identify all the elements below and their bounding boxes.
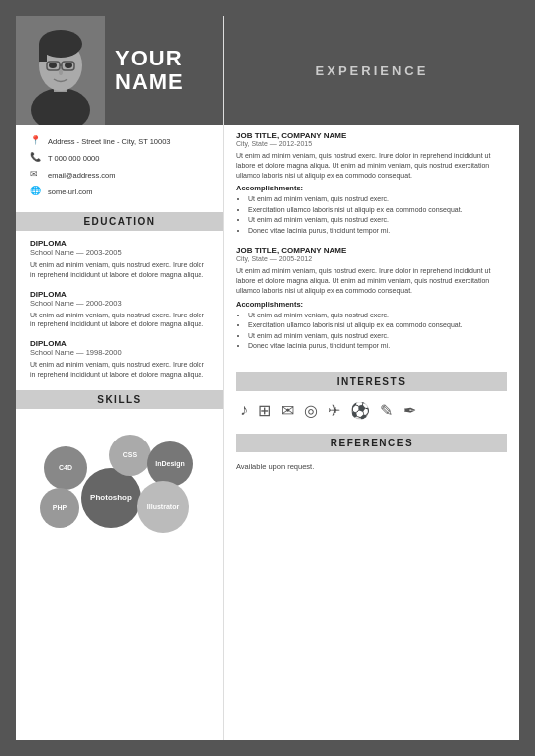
exp-job-title: JOB TITLE, Company Name xyxy=(236,131,507,140)
skills-title: SKILLS xyxy=(16,390,223,409)
address-text: Address - Street line - City, ST 10003 xyxy=(48,137,171,146)
skill-bubble: InDesign xyxy=(147,441,193,487)
bubble-container: C4DPHPPhotoshopCSSInDesignIllustrator xyxy=(30,417,208,541)
web-icon: 🌐 xyxy=(30,186,42,197)
location-icon: 📍 xyxy=(30,135,42,147)
accomplishment-item: Ut enim ad minim veniam, quis nostrud ex… xyxy=(248,331,507,342)
resume-container: YOUR NAME 📍 Address - Street line - City… xyxy=(16,16,519,740)
edu-description: Ut enim ad minim veniam, quis nostrud ex… xyxy=(30,311,209,330)
accomplishment-item: Ut enim ad minim veniam, quis nostrud ex… xyxy=(248,194,507,205)
interests-title: INTERESTS xyxy=(236,372,507,391)
music-icon: ♪ xyxy=(240,401,248,420)
email-text: email@address.com xyxy=(48,171,115,180)
experience-header-title: EXPERIENCE xyxy=(316,60,429,82)
exp-description: Ut enim ad minim veniam, quis nostrud ex… xyxy=(236,151,507,180)
accomplishment-item: Exercitation ullamco laboris nisi ut ali… xyxy=(248,205,507,216)
accomplishments-title: Accomplishments: xyxy=(236,300,507,309)
interests-icons: ♪⊞✉◎✈⚽✎✒ xyxy=(236,395,507,426)
accomplishment-item: Donec vitae lacinia purus, tincidunt tem… xyxy=(248,341,507,352)
svg-point-11 xyxy=(59,69,63,75)
skill-bubble: Illustrator xyxy=(137,481,189,533)
name-line1: YOUR xyxy=(115,47,183,70)
references-title: REFERENCES xyxy=(236,434,507,452)
skill-bubble: CSS xyxy=(109,435,151,476)
left-column: YOUR NAME 📍 Address - Street line - City… xyxy=(16,16,224,740)
edu-school: School Name — 1998-2000 xyxy=(30,348,209,357)
camera-icon: ◎ xyxy=(304,401,318,420)
references-text: Available upon request. xyxy=(236,456,507,477)
right-header: EXPERIENCE xyxy=(224,16,519,125)
education-entry: DIPLOMA School Name — 2000-2003 Ut enim … xyxy=(30,290,209,330)
phone-icon: 📞 xyxy=(30,152,42,164)
phone-text: T 000 000 0000 xyxy=(48,154,99,163)
trophy-icon: ⚽ xyxy=(350,401,370,420)
url-text: some-url.com xyxy=(48,188,92,196)
book-icon: ✉ xyxy=(281,401,294,420)
edu-degree: DIPLOMA xyxy=(30,339,209,348)
svg-rect-5 xyxy=(39,44,47,62)
header-left: YOUR NAME xyxy=(16,16,223,125)
film-icon: ⊞ xyxy=(258,401,271,420)
references-section: Available upon request. xyxy=(224,452,519,481)
edu-description: Ut enim ad minim veniam, quis nostrud ex… xyxy=(30,260,209,280)
edu-school: School Name — 2003-2005 xyxy=(30,248,209,257)
email-icon: ✉ xyxy=(30,169,42,181)
experience-section: JOB TITLE, Company Name City, State — 20… xyxy=(224,125,519,368)
svg-point-6 xyxy=(49,63,57,68)
skills-section: C4DPHPPhotoshopCSSInDesignIllustrator xyxy=(16,417,223,541)
name-block: YOUR NAME xyxy=(105,16,223,125)
edu-degree: DIPLOMA xyxy=(30,239,209,248)
exp-dates: City, State — 2005-2012 xyxy=(236,255,507,262)
accomplishment-item: Ut enim ad minim veniam, quis nostrud ex… xyxy=(248,215,507,226)
accomplishment-item: Ut enim ad minim veniam, quis nostrud ex… xyxy=(248,311,507,321)
education-entry: DIPLOMA School Name — 1998-2000 Ut enim … xyxy=(30,339,209,380)
right-column: EXPERIENCE JOB TITLE, Company Name City,… xyxy=(224,16,519,740)
experience-entry: JOB TITLE, Company Name City, State — 20… xyxy=(236,246,507,351)
contact-address: 📍 Address - Street line - City, ST 10003 xyxy=(30,135,209,147)
accomplishments-list: Ut enim ad minim veniam, quis nostrud ex… xyxy=(236,194,507,236)
education-section: DIPLOMA School Name — 2003-2005 Ut enim … xyxy=(16,239,223,380)
contact-section: 📍 Address - Street line - City, ST 10003… xyxy=(16,125,223,212)
travel-icon: ✈ xyxy=(328,401,340,420)
accomplishments-list: Ut enim ad minim veniam, quis nostrud ex… xyxy=(236,311,507,352)
edu-degree: DIPLOMA xyxy=(30,290,209,299)
accomplishment-item: Donec vitae lacinia purus, tincidunt tem… xyxy=(248,226,507,237)
exp-description: Ut enim ad minim veniam, quis nostrud ex… xyxy=(236,266,507,295)
edit-icon: ✎ xyxy=(380,401,393,420)
skill-bubble: C4D xyxy=(44,446,87,490)
education-title: EDUCATION xyxy=(16,212,223,231)
accomplishments-title: Accomplishments: xyxy=(236,184,507,192)
exp-job-title: JOB TITLE, Company Name xyxy=(236,246,507,255)
name-line2: NAME xyxy=(115,70,184,94)
skill-bubble: PHP xyxy=(40,488,79,528)
contact-url: 🌐 some-url.com xyxy=(30,186,209,197)
education-entry: DIPLOMA School Name — 2003-2005 Ut enim … xyxy=(30,239,209,280)
skill-bubble: Photoshop xyxy=(81,468,141,528)
pen-icon: ✒ xyxy=(403,401,416,420)
avatar xyxy=(16,16,105,125)
contact-phone: 📞 T 000 000 0000 xyxy=(30,152,209,164)
svg-point-7 xyxy=(65,63,72,68)
edu-school: School Name — 2000-2003 xyxy=(30,299,209,308)
exp-dates: City, State — 2012-2015 xyxy=(236,140,507,147)
experience-entry: JOB TITLE, Company Name City, State — 20… xyxy=(236,131,507,236)
accomplishment-item: Exercitation ullamco laboris nisi ut ali… xyxy=(248,320,507,331)
interests-section: ♪⊞✉◎✈⚽✎✒ xyxy=(224,391,519,430)
contact-email: ✉ email@address.com xyxy=(30,169,209,181)
edu-description: Ut enim ad minim veniam, quis nostrud ex… xyxy=(30,360,209,380)
